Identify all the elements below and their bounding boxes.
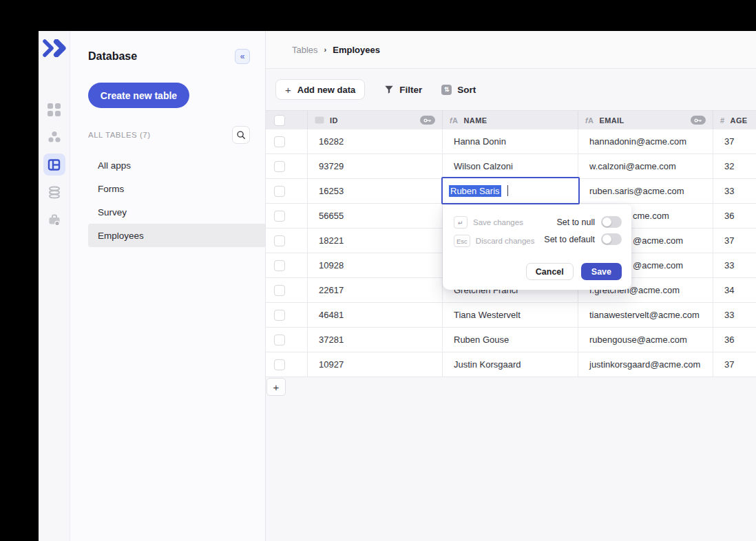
cell-age[interactable]: 36 bbox=[713, 204, 756, 229]
row-checkbox[interactable] bbox=[274, 235, 285, 246]
row-checkbox[interactable] bbox=[274, 285, 285, 296]
toggle-switch-set-to-null[interactable] bbox=[601, 216, 622, 228]
column-header-id[interactable]: ID bbox=[308, 111, 443, 129]
cancel-button[interactable]: Cancel bbox=[526, 263, 574, 280]
sort-button[interactable]: ⇅ Sort bbox=[441, 85, 476, 95]
cell-id[interactable]: 93729 bbox=[308, 154, 443, 179]
database-stack-icon[interactable] bbox=[43, 181, 65, 203]
cell-age[interactable]: 37 bbox=[713, 229, 756, 253]
row-select-cell bbox=[266, 179, 308, 204]
filter-button[interactable]: Filter bbox=[384, 85, 422, 95]
column-header-age[interactable]: #AGE bbox=[713, 111, 756, 129]
plus-icon: + bbox=[285, 84, 291, 96]
row-select-cell bbox=[266, 129, 308, 154]
table-icon[interactable] bbox=[43, 153, 65, 176]
cell-name[interactable]: Tiana Westervelt bbox=[443, 303, 578, 328]
toggle-row: Set to null bbox=[544, 216, 622, 228]
text-type-icon: fA bbox=[585, 116, 594, 125]
cell-age[interactable]: 37 bbox=[713, 129, 756, 154]
cell-email[interactable]: ruben.saris@acme.com bbox=[578, 179, 713, 204]
popup-toggles: Set to nullSet to default bbox=[544, 216, 622, 253]
app-window: Database « Create new table ALL TABLES (… bbox=[39, 31, 756, 541]
cell-age[interactable]: 33 bbox=[713, 179, 756, 204]
text-type-icon: fA bbox=[450, 116, 458, 125]
toggle-switch-set-to-default[interactable] bbox=[601, 233, 622, 245]
row-checkbox[interactable] bbox=[274, 211, 285, 222]
table-row: 46481Tiana Westervelttianawestervelt@acm… bbox=[266, 303, 756, 328]
sidebar-item-all-apps[interactable]: All apps bbox=[88, 153, 265, 177]
cell-email[interactable]: rubengouse@acme.com bbox=[578, 328, 713, 352]
filter-label: Filter bbox=[399, 85, 422, 95]
cell-email[interactable]: tianawestervelt@acme.com bbox=[578, 303, 713, 328]
enter-key-icon: ↵ bbox=[454, 216, 468, 229]
toolbar: + Add new data Filter ⇅ Sort bbox=[266, 69, 756, 110]
cell-id[interactable]: 18221 bbox=[308, 229, 443, 253]
cell-name[interactable]: Hanna Donin bbox=[443, 129, 578, 154]
row-select-cell bbox=[266, 204, 308, 229]
cell-name[interactable]: Wilson Calzoni bbox=[443, 154, 578, 179]
cell-id[interactable]: 37281 bbox=[308, 328, 443, 352]
icon-rail bbox=[39, 31, 70, 541]
row-checkbox[interactable] bbox=[274, 161, 285, 172]
text-caret bbox=[507, 185, 509, 196]
cell-id[interactable]: 46481 bbox=[308, 303, 443, 328]
column-header-label: ID bbox=[330, 116, 338, 125]
select-all-checkbox[interactable] bbox=[274, 115, 285, 126]
main-content: Tables › Employees + Add new data Filter… bbox=[266, 31, 756, 541]
shortcut-label: Save changes bbox=[473, 218, 523, 226]
cell-age[interactable]: 33 bbox=[713, 253, 756, 278]
apps-grid-icon[interactable] bbox=[43, 98, 65, 120]
cell-id[interactable]: 16253 bbox=[308, 179, 443, 204]
sort-arrows-icon: ⇅ bbox=[441, 85, 452, 95]
cell-age[interactable]: 33 bbox=[713, 303, 756, 328]
cell-id[interactable]: 56655 bbox=[308, 204, 443, 229]
row-checkbox[interactable] bbox=[274, 136, 285, 147]
row-checkbox[interactable] bbox=[274, 186, 285, 197]
table-row: 10927Justin Korsgaardjustinkorsgaard@acm… bbox=[266, 352, 756, 377]
briefcase-icon[interactable] bbox=[43, 209, 65, 231]
sidebar-item-forms[interactable]: Forms bbox=[88, 177, 265, 200]
save-button[interactable]: Save bbox=[581, 263, 622, 280]
all-tables-label: ALL TABLES (7) bbox=[88, 131, 151, 139]
row-select-cell bbox=[266, 352, 308, 377]
sidebar: Database « Create new table ALL TABLES (… bbox=[70, 31, 266, 541]
number-type-icon: # bbox=[720, 116, 725, 125]
search-tables-button[interactable] bbox=[232, 126, 250, 144]
cell-age[interactable]: 34 bbox=[713, 278, 756, 303]
cell-email[interactable]: w.calzoni@acme.com bbox=[578, 154, 713, 179]
cell-email[interactable]: hannadonin@acme.com bbox=[578, 129, 713, 154]
cell-age[interactable]: 36 bbox=[713, 328, 756, 352]
toggle-label: Set to null bbox=[556, 218, 595, 227]
cell-age[interactable]: 37 bbox=[713, 352, 756, 377]
cell-id[interactable]: 16282 bbox=[308, 129, 443, 154]
cell-name[interactable]: Justin Korsgaard bbox=[443, 352, 578, 377]
cell-editor-selected-text: Ruben Saris bbox=[449, 185, 501, 197]
shortcut-hint: EscDiscard changes bbox=[454, 235, 535, 247]
column-header-label: EMAIL bbox=[599, 116, 624, 125]
create-new-table-button[interactable]: Create new table bbox=[88, 83, 189, 108]
row-checkbox[interactable] bbox=[274, 335, 285, 346]
cell-id[interactable]: 10928 bbox=[308, 253, 443, 278]
cluster-icon[interactable] bbox=[43, 126, 65, 148]
cell-name[interactable]: Ruben Gouse bbox=[443, 328, 578, 352]
row-checkbox[interactable] bbox=[274, 359, 285, 370]
add-row-button[interactable]: + bbox=[266, 378, 286, 396]
add-new-data-button[interactable]: + Add new data bbox=[275, 79, 365, 100]
table-header-row: IDfANAMEfAEMAIL#AGE bbox=[266, 110, 756, 129]
cell-age[interactable]: 32 bbox=[713, 154, 756, 179]
shortcut-hint: ↵Save changes bbox=[454, 216, 535, 229]
column-header-email[interactable]: fAEMAIL bbox=[578, 111, 713, 129]
sidebar-item-survey[interactable]: Survey bbox=[88, 200, 265, 224]
cell-id[interactable]: 10927 bbox=[308, 352, 443, 377]
toggle-label: Set to default bbox=[544, 235, 595, 244]
sidebar-item-employees[interactable]: Employees bbox=[88, 224, 265, 247]
row-checkbox[interactable] bbox=[274, 310, 285, 321]
column-header-label: AGE bbox=[731, 116, 748, 125]
cell-email[interactable]: justinkorsgaard@acme.com bbox=[578, 352, 713, 377]
breadcrumb-parent[interactable]: Tables bbox=[292, 45, 318, 55]
row-checkbox[interactable] bbox=[274, 260, 285, 271]
cell-id[interactable]: 22617 bbox=[308, 278, 443, 303]
sidebar-collapse-button[interactable]: « bbox=[235, 49, 250, 64]
cell-editor[interactable]: Ruben Saris bbox=[441, 177, 580, 204]
column-header-name[interactable]: fANAME bbox=[443, 111, 578, 129]
